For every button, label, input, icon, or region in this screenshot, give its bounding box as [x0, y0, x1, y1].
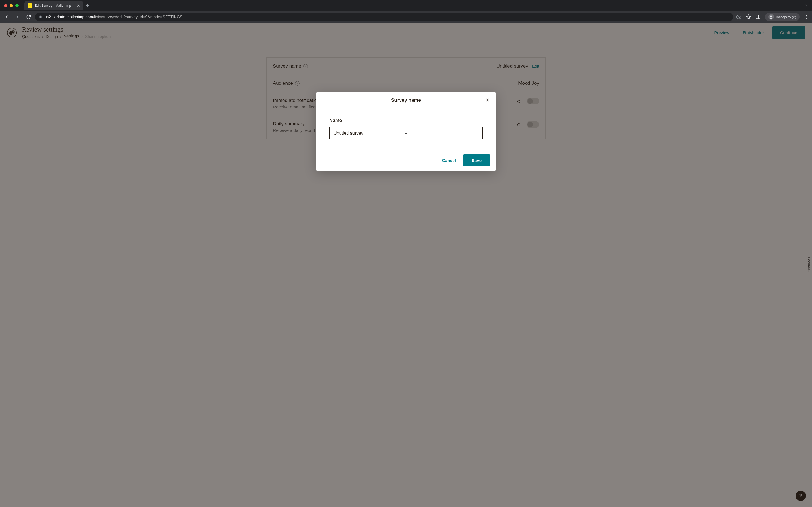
new-tab-button[interactable]: +	[84, 3, 91, 9]
modal-close-button[interactable]	[483, 96, 492, 104]
close-tab-icon[interactable]: ✕	[77, 3, 80, 8]
svg-point-5	[806, 17, 807, 17]
svg-marker-1	[746, 15, 751, 19]
cancel-button[interactable]: Cancel	[437, 155, 462, 166]
modal-title: Survey name	[391, 98, 421, 103]
side-panel-icon[interactable]	[755, 14, 761, 20]
forward-button[interactable]	[13, 13, 21, 21]
svg-point-4	[806, 15, 807, 16]
modal-overlay[interactable]: Survey name Name Cancel Save	[0, 22, 812, 507]
bookmark-star-icon[interactable]	[746, 14, 751, 20]
tabs-overflow-icon[interactable]	[804, 3, 808, 8]
svg-rect-2	[756, 15, 760, 18]
kebab-menu-icon[interactable]	[804, 14, 809, 20]
app-page: Review settings Questions › Design › Set…	[0, 22, 812, 507]
window-controls	[0, 4, 22, 7]
survey-name-modal: Survey name Name Cancel Save	[316, 93, 496, 171]
svg-point-6	[806, 18, 807, 18]
mailchimp-favicon: ✳	[28, 3, 32, 8]
reload-button[interactable]	[24, 13, 32, 21]
save-button[interactable]: Save	[463, 154, 490, 166]
eye-off-icon[interactable]	[736, 14, 742, 20]
browser-tab[interactable]: ✳ Edit Survey | Mailchimp ✕	[24, 1, 84, 10]
toolbar-right: Incognito (2)	[736, 13, 809, 21]
browser-toolbar: us21.admin.mailchimp.com/lists/surveys/e…	[0, 11, 812, 22]
window-close-button[interactable]	[4, 4, 7, 7]
address-bar[interactable]: us21.admin.mailchimp.com/lists/surveys/e…	[35, 13, 733, 21]
tab-title: Edit Survey | Mailchimp	[35, 4, 71, 8]
survey-name-input[interactable]	[329, 127, 483, 139]
url-text: us21.admin.mailchimp.com/lists/surveys/e…	[45, 15, 183, 19]
incognito-label: Incognito (2)	[776, 15, 796, 19]
browser-chrome: ✳ Edit Survey | Mailchimp ✕ + us21.admin…	[0, 0, 812, 22]
incognito-icon	[768, 14, 774, 20]
incognito-indicator[interactable]: Incognito (2)	[765, 13, 800, 21]
window-minimize-button[interactable]	[10, 4, 13, 7]
window-zoom-button[interactable]	[15, 4, 18, 7]
lock-icon	[39, 15, 42, 19]
browser-titlebar: ✳ Edit Survey | Mailchimp ✕ +	[0, 0, 812, 11]
name-field-label: Name	[329, 118, 483, 123]
back-button[interactable]	[3, 13, 11, 21]
